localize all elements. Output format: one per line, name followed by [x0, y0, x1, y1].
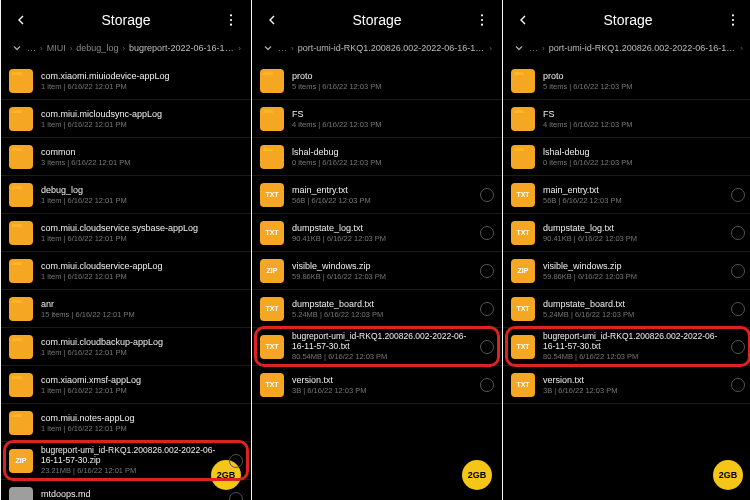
- item-meta: proto5 items | 6/16/22 12:03 PM: [292, 71, 494, 91]
- list-item[interactable]: com.xiaomi.miuiodevice-appLog1 item | 6/…: [1, 62, 251, 100]
- select-circle[interactable]: [731, 188, 745, 202]
- list-item[interactable]: TXTmain_entry.txt56B | 6/16/22 12:03 PM: [252, 176, 502, 214]
- breadcrumb-caret-icon: ›: [38, 44, 45, 53]
- item-name: com.miui.micloudsync-appLog: [41, 109, 243, 119]
- more-icon[interactable]: [721, 8, 745, 32]
- item-subtext: 15 items | 6/16/22 12:01 PM: [41, 310, 243, 319]
- txt-file-icon: TXT: [260, 373, 284, 397]
- list-item[interactable]: TXTdumpstate_log.txt90.41KB | 6/16/22 12…: [252, 214, 502, 252]
- item-meta: com.miui.micloudsync-appLog1 item | 6/16…: [41, 109, 243, 129]
- storage-panel: Storage…›port-umi-id-RKQ1.200826.002-202…: [252, 0, 502, 500]
- select-circle[interactable]: [480, 340, 494, 354]
- item-meta: com.miui.cloudservice.sysbase-appLog1 it…: [41, 223, 243, 243]
- breadcrumb-segment[interactable]: bugreport-2022-06-16-115730: [127, 43, 236, 53]
- svg-point-5: [481, 24, 483, 26]
- breadcrumb[interactable]: …›MIUI›debug_log›bugreport-2022-06-16-11…: [1, 40, 251, 62]
- list-item[interactable]: debug_log1 item | 6/16/22 12:01 PM: [1, 176, 251, 214]
- folder-icon: [9, 259, 33, 283]
- chevron-down-icon[interactable]: [260, 40, 276, 56]
- breadcrumb-caret-icon: ›: [487, 44, 494, 53]
- select-circle[interactable]: [480, 188, 494, 202]
- list-item[interactable]: com.miui.micloudsync-appLog1 item | 6/16…: [1, 100, 251, 138]
- folder-icon: [511, 145, 535, 169]
- list-item[interactable]: com.xiaomi.xmsf-appLog1 item | 6/16/22 1…: [1, 366, 251, 404]
- item-subtext: 80.54MB | 6/16/22 12:03 PM: [543, 352, 725, 361]
- select-circle[interactable]: [731, 340, 745, 354]
- item-meta: debug_log1 item | 6/16/22 12:01 PM: [41, 185, 243, 205]
- list-item[interactable]: TXTmain_entry.txt56B | 6/16/22 12:03 PM: [503, 176, 750, 214]
- item-meta: main_entry.txt56B | 6/16/22 12:03 PM: [292, 185, 474, 205]
- list-item[interactable]: TXTversion.txt3B | 6/16/22 12:03 PM: [252, 366, 502, 404]
- breadcrumb-caret-icon: ›: [236, 44, 243, 53]
- select-circle[interactable]: [480, 378, 494, 392]
- item-meta: mtdoops.md13.02MB | 6/16/22 12:01 PM: [41, 489, 223, 501]
- more-icon[interactable]: [470, 8, 494, 32]
- breadcrumb-caret-icon: ›: [289, 44, 296, 53]
- list-item[interactable]: com.miui.cloudbackup-appLog1 item | 6/16…: [1, 328, 251, 366]
- zip-file-icon: ZIP: [9, 449, 33, 473]
- list-item[interactable]: proto5 items | 6/16/22 12:03 PM: [252, 62, 502, 100]
- list-item[interactable]: anr15 items | 6/16/22 12:01 PM: [1, 290, 251, 328]
- breadcrumb-segment[interactable]: …: [276, 43, 289, 53]
- storage-badge[interactable]: 2GB: [713, 460, 743, 490]
- list-item[interactable]: TXTdumpstate_board.txt5.24MB | 6/16/22 1…: [503, 290, 750, 328]
- item-meta: bugreport-umi_id-RKQ1.200826.002-2022-06…: [543, 332, 725, 362]
- chevron-down-icon[interactable]: [511, 40, 527, 56]
- back-icon[interactable]: [9, 8, 33, 32]
- folder-icon: [9, 221, 33, 245]
- item-meta: lshal-debug0 items | 6/16/22 12:03 PM: [543, 147, 745, 167]
- list-item[interactable]: common3 items | 6/16/22 12:01 PM: [1, 138, 251, 176]
- list-item[interactable]: com.miui.cloudservice-appLog1 item | 6/1…: [1, 252, 251, 290]
- list-item[interactable]: TXTdumpstate_board.txt5.24MB | 6/16/22 1…: [252, 290, 502, 328]
- more-icon[interactable]: [219, 8, 243, 32]
- svg-point-0: [230, 14, 232, 16]
- select-circle[interactable]: [731, 302, 745, 316]
- list-item[interactable]: ZIPvisible_windows.zip59.86KB | 6/16/22 …: [252, 252, 502, 290]
- select-circle[interactable]: [480, 226, 494, 240]
- breadcrumb-segment[interactable]: …: [527, 43, 540, 53]
- select-circle[interactable]: [731, 226, 745, 240]
- breadcrumb-segment[interactable]: debug_log: [74, 43, 120, 53]
- breadcrumb-segment[interactable]: port-umi-id-RKQ1.200826.002-2022-06-16-1…: [547, 43, 739, 53]
- select-circle[interactable]: [731, 378, 745, 392]
- back-icon[interactable]: [260, 8, 284, 32]
- item-subtext: 1 item | 6/16/22 12:01 PM: [41, 386, 243, 395]
- list-item[interactable]: com.miui.notes-appLog1 item | 6/16/22 12…: [1, 404, 251, 442]
- item-meta: dumpstate_board.txt5.24MB | 6/16/22 12:0…: [292, 299, 474, 319]
- item-meta: anr15 items | 6/16/22 12:01 PM: [41, 299, 243, 319]
- list-item[interactable]: lshal-debug0 items | 6/16/22 12:03 PM: [503, 138, 750, 176]
- list-item[interactable]: FS4 items | 6/16/22 12:03 PM: [252, 100, 502, 138]
- list-item[interactable]: FS4 items | 6/16/22 12:03 PM: [503, 100, 750, 138]
- list-item[interactable]: com.miui.cloudservice.sysbase-appLog1 it…: [1, 214, 251, 252]
- txt-file-icon: TXT: [260, 335, 284, 359]
- list-item[interactable]: TXTbugreport-umi_id-RKQ1.200826.002-2022…: [503, 328, 750, 366]
- back-icon[interactable]: [511, 8, 535, 32]
- chevron-down-icon[interactable]: [9, 40, 25, 56]
- list-item[interactable]: lshal-debug0 items | 6/16/22 12:03 PM: [252, 138, 502, 176]
- item-subtext: 1 item | 6/16/22 12:01 PM: [41, 272, 243, 281]
- breadcrumb-segment[interactable]: MIUI: [45, 43, 68, 53]
- breadcrumb[interactable]: …›port-umi-id-RKQ1.200826.002-2022-06-16…: [503, 40, 750, 62]
- item-name: com.xiaomi.miuiodevice-appLog: [41, 71, 243, 81]
- breadcrumb[interactable]: …›port-umi-id-RKQ1.200826.002-2022-06-16…: [252, 40, 502, 62]
- select-circle[interactable]: [480, 302, 494, 316]
- list-item[interactable]: ZIPvisible_windows.zip59.86KB | 6/16/22 …: [503, 252, 750, 290]
- select-circle[interactable]: [480, 264, 494, 278]
- list-item[interactable]: TXTbugreport-umi_id-RKQ1.200826.002-2022…: [252, 328, 502, 366]
- breadcrumb-caret-icon: ›: [738, 44, 745, 53]
- list-item[interactable]: ZIPbugreport-umi_id-RKQ1.200826.002-2022…: [1, 442, 251, 480]
- select-circle[interactable]: [229, 492, 243, 501]
- item-subtext: 59.86KB | 6/16/22 12:03 PM: [543, 272, 725, 281]
- list-item[interactable]: proto5 items | 6/16/22 12:03 PM: [503, 62, 750, 100]
- txt-file-icon: TXT: [511, 335, 535, 359]
- storage-badge[interactable]: 2GB: [462, 460, 492, 490]
- item-subtext: 1 item | 6/16/22 12:01 PM: [41, 82, 243, 91]
- file-list: com.xiaomi.miuiodevice-appLog1 item | 6/…: [1, 62, 251, 500]
- list-item[interactable]: TXTversion.txt3B | 6/16/22 12:03 PM: [503, 366, 750, 404]
- item-subtext: 5.24MB | 6/16/22 12:03 PM: [292, 310, 474, 319]
- breadcrumb-segment[interactable]: port-umi-id-RKQ1.200826.002-2022-06-16-1…: [296, 43, 488, 53]
- list-item[interactable]: TXTdumpstate_log.txt90.41KB | 6/16/22 12…: [503, 214, 750, 252]
- select-circle[interactable]: [229, 454, 243, 468]
- select-circle[interactable]: [731, 264, 745, 278]
- breadcrumb-segment[interactable]: …: [25, 43, 38, 53]
